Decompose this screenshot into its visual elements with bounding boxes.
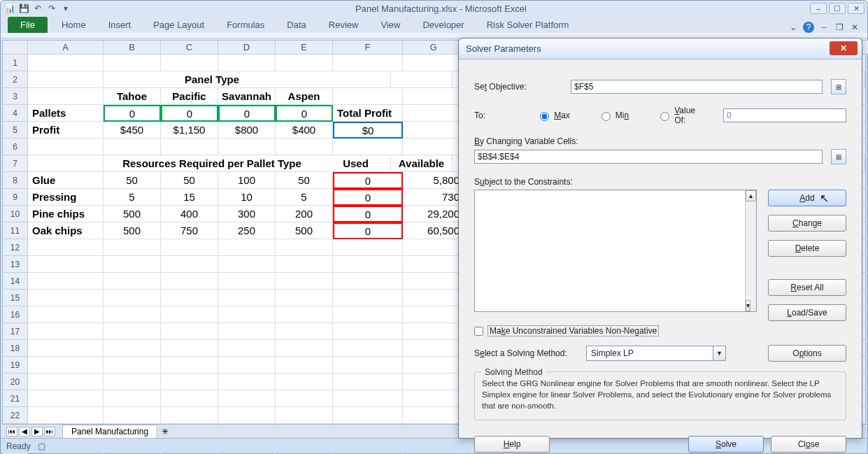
cell-F8[interactable]: 0 (333, 172, 403, 189)
rowhdr-3[interactable]: 3 (3, 88, 28, 105)
load-save-button[interactable]: Load/Save (768, 304, 846, 321)
cell-E1[interactable] (276, 55, 333, 71)
cell-C20[interactable] (161, 374, 218, 390)
redo-icon[interactable]: ↷ (45, 2, 58, 15)
select-all-corner[interactable] (3, 41, 28, 55)
cell-A22[interactable] (28, 407, 104, 424)
radio-min[interactable]: Min (598, 110, 629, 121)
cell-D14[interactable] (218, 273, 276, 290)
cell-C15[interactable] (161, 290, 218, 306)
cell-D8[interactable]: 100 (218, 172, 276, 189)
cell-D17[interactable] (218, 323, 276, 340)
colhdr-e[interactable]: E (276, 41, 333, 55)
colhdr-a[interactable]: A (28, 41, 104, 55)
rowhdr-12[interactable]: 12 (3, 239, 28, 256)
cell-A4[interactable]: Pallets (28, 105, 104, 122)
cell-E12[interactable] (276, 239, 333, 256)
cell-G21[interactable] (403, 390, 464, 407)
cell-D9[interactable]: 10 (218, 189, 276, 206)
rowhdr-2[interactable]: 2 (3, 71, 28, 88)
changing-ref-button[interactable]: ⊞ (831, 149, 846, 164)
cell-F16[interactable] (333, 306, 403, 323)
sheet-nav-last-icon[interactable]: ⏭ (44, 427, 55, 437)
rowhdr-14[interactable]: 14 (3, 273, 28, 290)
cell-C10[interactable]: 400 (161, 206, 218, 222)
tab-view[interactable]: View (372, 17, 408, 33)
rowhdr-11[interactable]: 11 (3, 222, 28, 239)
cell-G8[interactable]: 5,800 (403, 172, 464, 189)
colhdr-g[interactable]: G (403, 41, 464, 55)
cell-B21[interactable] (104, 390, 161, 407)
cell-G16[interactable] (403, 306, 464, 323)
cell-G3[interactable] (403, 88, 464, 105)
cell-C19[interactable] (161, 357, 218, 374)
radio-max[interactable]: Max (536, 110, 570, 121)
tab-file[interactable]: File (8, 17, 48, 33)
cell-F12[interactable] (333, 239, 403, 256)
cell-A21[interactable] (28, 390, 104, 407)
rowhdr-4[interactable]: 4 (3, 105, 28, 122)
cell-E13[interactable] (276, 256, 333, 273)
radio-min-input[interactable] (602, 112, 611, 121)
cell-A11[interactable]: Oak chips (28, 222, 104, 239)
cell-A6[interactable] (28, 139, 104, 155)
cell-D10[interactable]: 300 (218, 206, 276, 222)
sheet-nav-next-icon[interactable]: ▶ (31, 427, 43, 437)
cell-B4[interactable]: 0 (104, 105, 161, 122)
cell-C8[interactable]: 50 (161, 172, 218, 189)
tab-home[interactable]: Home (53, 17, 94, 33)
help-icon[interactable]: ? (803, 22, 814, 33)
nonnegative-checkbox[interactable]: Make Unconstrained Variables Non-Negativ… (474, 325, 846, 336)
cell-B9[interactable]: 5 (104, 189, 161, 206)
rowhdr-21[interactable]: 21 (3, 390, 28, 407)
colhdr-c[interactable]: C (161, 41, 218, 55)
rowhdr-18[interactable]: 18 (3, 340, 28, 357)
cell-C5[interactable]: $1,150 (161, 122, 218, 139)
cell-B22[interactable] (104, 407, 161, 424)
cell-E15[interactable] (276, 290, 333, 306)
rowhdr-13[interactable]: 13 (3, 256, 28, 273)
dialog-titlebar[interactable]: Solver Parameters ✕ (459, 38, 862, 59)
cell-B15[interactable] (104, 290, 161, 306)
cell-A1[interactable] (28, 55, 104, 71)
chevron-down-icon[interactable]: ▼ (713, 346, 725, 360)
rowhdr-22[interactable]: 22 (3, 407, 28, 424)
cell-D20[interactable] (218, 374, 276, 390)
cell-G14[interactable] (403, 273, 464, 290)
scroll-down-icon[interactable]: ▾ (746, 300, 750, 311)
cell-D6[interactable] (218, 139, 276, 155)
cell-G5[interactable] (403, 122, 464, 139)
workbook-minimize-icon[interactable]: – (818, 22, 830, 33)
cell-G9[interactable]: 730 (403, 189, 464, 206)
rowhdr-1[interactable]: 1 (3, 55, 28, 71)
cell-B1[interactable] (104, 55, 161, 71)
close-dialog-button[interactable]: Close (771, 436, 846, 453)
cell-A5[interactable]: Profit (28, 122, 104, 139)
dialog-close-button[interactable]: ✕ (830, 41, 858, 55)
cell-F20[interactable] (333, 374, 403, 390)
cell-G13[interactable] (403, 256, 464, 273)
rowhdr-19[interactable]: 19 (3, 357, 28, 374)
cell-B2[interactable]: Panel Type (104, 71, 321, 88)
sheet-nav-prev-icon[interactable]: ◀ (19, 427, 30, 437)
rowhdr-9[interactable]: 9 (3, 189, 28, 206)
cell-G11[interactable]: 60,500 (403, 222, 464, 239)
cell-D1[interactable] (218, 55, 276, 71)
cell-D15[interactable] (218, 290, 276, 306)
cell-F1[interactable] (333, 55, 403, 71)
cell-F19[interactable] (333, 357, 403, 374)
cell-A20[interactable] (28, 374, 104, 390)
cell-G17[interactable] (403, 323, 464, 340)
cell-F21[interactable] (333, 390, 403, 407)
cell-B3[interactable]: Tahoe (104, 88, 161, 105)
add-constraint-button[interactable]: Add (768, 190, 846, 206)
cell-B17[interactable] (104, 323, 161, 340)
cell-F13[interactable] (333, 256, 403, 273)
rowhdr-10[interactable]: 10 (3, 206, 28, 222)
cell-C22[interactable] (161, 407, 218, 424)
cell-C12[interactable] (161, 239, 218, 256)
options-button[interactable]: Options (768, 345, 846, 362)
cell-F14[interactable] (333, 273, 403, 290)
help-button[interactable]: Help (474, 436, 550, 453)
tab-page-layout[interactable]: Page Layout (145, 17, 213, 33)
